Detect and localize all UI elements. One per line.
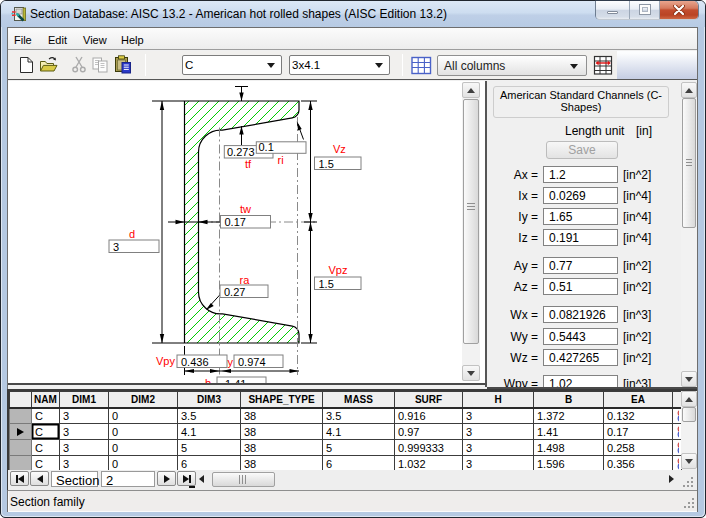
svg-text:0.1: 0.1 — [259, 141, 274, 153]
svg-text:Vz: Vz — [333, 143, 346, 155]
svg-text:0.17: 0.17 — [225, 216, 246, 228]
svg-text:d: d — [129, 228, 135, 240]
svg-text:tf: tf — [245, 158, 252, 170]
svg-text:0.27: 0.27 — [224, 286, 245, 298]
svg-text:3: 3 — [113, 241, 119, 253]
svg-text:ri: ri — [278, 154, 284, 166]
svg-text:1.5: 1.5 — [319, 278, 334, 290]
svg-text:y: y — [228, 356, 234, 368]
svg-text:1.5: 1.5 — [319, 158, 334, 170]
svg-text:0.273: 0.273 — [227, 146, 255, 158]
svg-text:0.974: 0.974 — [238, 356, 266, 368]
svg-text:ra: ra — [240, 274, 251, 286]
svg-text:tw: tw — [240, 203, 251, 215]
svg-text:Vpy: Vpy — [156, 355, 175, 367]
svg-text:Vpz: Vpz — [329, 264, 348, 276]
svg-text:0.436: 0.436 — [181, 356, 209, 368]
